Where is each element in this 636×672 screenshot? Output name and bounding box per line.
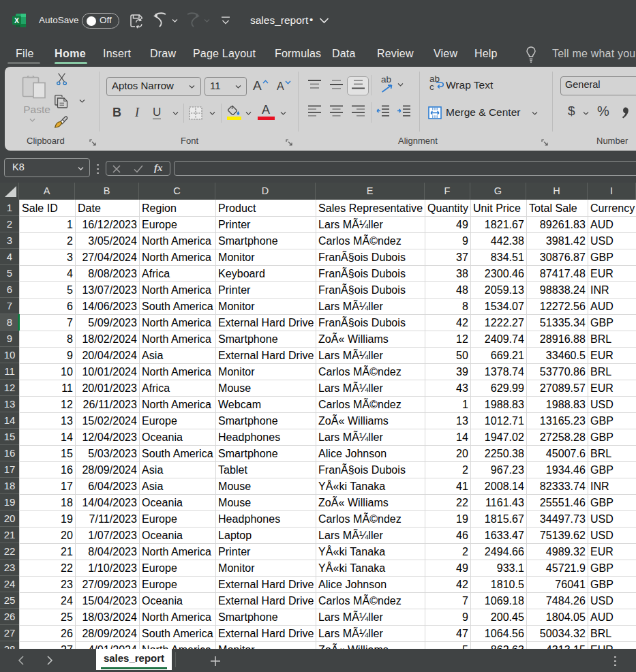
svg-text:X: X — [14, 16, 19, 25]
